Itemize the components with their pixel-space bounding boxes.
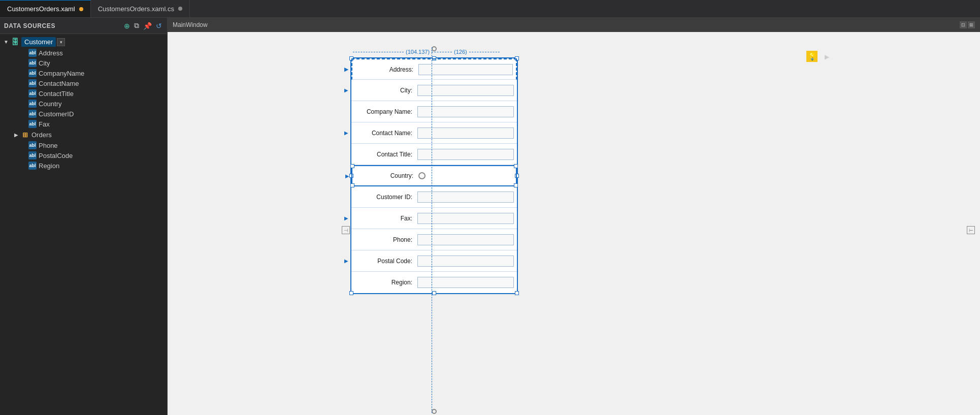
label-postalcode: Postal Code: [351, 258, 417, 265]
field-icon-customerid: аbl [28, 110, 37, 118]
window-tile-icon: ⊡ [960, 21, 967, 28]
field-icon-contactname: аbl [28, 79, 37, 87]
window-title: MainWindow [173, 21, 208, 28]
input-contacttitle[interactable] [417, 149, 514, 160]
field-icon-postalcode: аbl [28, 151, 37, 159]
field-icon-city: аbl [28, 59, 37, 67]
field-label-contacttitle: ContactTitle [39, 90, 74, 98]
input-fax[interactable] [417, 213, 514, 224]
form-row-country: ▶ Country: [351, 165, 517, 186]
tab-xaml-dot [79, 7, 83, 11]
measure-label-right: (126) [454, 49, 467, 55]
form-row-city: ▶ City: [351, 80, 517, 101]
input-phone[interactable] [417, 234, 514, 245]
customer-dropdown[interactable]: ▾ [57, 38, 65, 46]
window-controls: ⊡ ⊞ [960, 21, 975, 28]
input-customerid[interactable] [417, 191, 514, 203]
sidebar-title: Data Sources [4, 22, 55, 29]
measure-line-mid [432, 52, 452, 52]
add-datasource-icon[interactable]: ⊕ [123, 21, 131, 31]
main-content: Data Sources ⊕ ⧉ 📌 ↺ ▼ 🗄 Customer ▾ аbl … [0, 18, 980, 415]
field-icon-contacttitle: аbl [28, 89, 37, 98]
sidebar: Data Sources ⊕ ⧉ 📌 ↺ ▼ 🗄 Customer ▾ аbl … [0, 18, 168, 415]
tab-xaml-cs[interactable]: CustomersOrders.xaml.cs [91, 0, 190, 17]
sidebar-item-address[interactable]: аbl Address [0, 48, 167, 58]
sidebar-item-orders[interactable]: ▶ ⊞ Orders [0, 129, 167, 140]
sidebar-item-city[interactable]: аbl City [0, 58, 167, 68]
row-arrow-fax: ▶ [344, 215, 348, 221]
measure-label-left: (104.137) [406, 49, 430, 55]
tab-xaml-label: CustomersOrders.xaml [7, 5, 75, 13]
country-handle-tr[interactable] [514, 164, 518, 168]
orders-expand-arrow: ▶ [12, 131, 20, 139]
datasource-icon: 🗄 [10, 38, 19, 47]
measure-line-right [469, 52, 500, 52]
canvas-background [168, 32, 980, 415]
field-icon-companyname: аbl [28, 69, 37, 77]
input-address[interactable] [418, 64, 513, 75]
tab-xaml[interactable]: CustomersOrders.xaml [0, 0, 91, 17]
sidebar-header: Data Sources ⊕ ⧉ 📌 ↺ [0, 18, 167, 34]
field-label-postalcode: PostalCode [39, 152, 73, 159]
sidebar-item-fax[interactable]: аbl Fax [0, 119, 167, 129]
tip-container: 💡 [806, 51, 818, 62]
sidebar-item-customer[interactable]: ▼ 🗄 Customer ▾ [0, 36, 167, 48]
country-handle-tl[interactable] [350, 164, 354, 168]
form-row-companyname: Company Name: [351, 101, 517, 122]
pin-icon[interactable]: 📌 [142, 21, 153, 31]
tip-icon[interactable]: 💡 [806, 51, 818, 62]
refresh-icon[interactable]: ↺ [155, 21, 163, 31]
input-companyname[interactable] [417, 106, 514, 117]
field-icon-region: аbl [28, 162, 37, 170]
row-arrow-postalcode: ▶ [344, 258, 348, 264]
field-label-orders: Orders [31, 131, 52, 139]
resize-handle-right[interactable]: ⊢ [967, 226, 975, 234]
field-icon-fax: аbl [28, 120, 37, 128]
label-city: City: [351, 87, 417, 94]
input-postalcode[interactable] [417, 256, 514, 267]
sidebar-tree: ▼ 🗄 Customer ▾ аbl Address аbl City аbl … [0, 34, 167, 415]
canvas[interactable]: ⊣ ⊢ (104.137) (126) 💡 [168, 32, 980, 415]
input-region[interactable] [417, 277, 514, 288]
designer-window: MainWindow ⊡ ⊞ ⊣ ⊢ [168, 18, 980, 415]
sidebar-item-postalcode[interactable]: аbl PostalCode [0, 150, 167, 161]
label-customerid: Customer ID: [351, 194, 417, 201]
field-icon-phone: аbl [28, 141, 37, 149]
label-fax: Fax: [351, 215, 417, 222]
form-row-phone: Phone: [351, 229, 517, 250]
field-label-address: Address [39, 49, 63, 57]
sidebar-item-customerid[interactable]: аbl CustomerID [0, 109, 167, 119]
tab-xaml-cs-dot [178, 7, 182, 11]
sidebar-toolbar: ⊕ ⧉ 📌 ↺ [123, 20, 163, 31]
sidebar-item-contactname[interactable]: аbl ContactName [0, 78, 167, 88]
label-region: Region: [351, 279, 417, 286]
designer-area: MainWindow ⊡ ⊞ ⊣ ⊢ [168, 18, 980, 415]
measure-line-left [353, 52, 404, 52]
field-icon-address: аbl [28, 49, 37, 57]
label-country: Country: [352, 172, 418, 179]
sidebar-item-phone[interactable]: аbl Phone [0, 140, 167, 150]
table-icon-orders: ⊞ [20, 130, 29, 139]
row-arrow-address: ▶ [344, 66, 348, 73]
label-companyname: Company Name: [351, 108, 417, 115]
copy-icon[interactable]: ⧉ [133, 20, 140, 31]
resize-handle-left[interactable]: ⊣ [342, 226, 350, 234]
row-arrow-city: ▶ [344, 87, 348, 93]
sidebar-item-country[interactable]: аbl Country [0, 99, 167, 109]
field-label-phone: Phone [39, 142, 58, 149]
sidebar-item-contacttitle[interactable]: аbl ContactTitle [0, 88, 167, 99]
measure-bar: (104.137) (126) [353, 49, 500, 55]
form-row-address: ▶ Address: [351, 58, 517, 80]
label-contactname: Contact Name: [351, 130, 417, 137]
input-city[interactable] [417, 85, 514, 96]
field-label-contactname: ContactName [39, 80, 79, 87]
field-label-region: Region [39, 162, 59, 170]
sidebar-item-companyname[interactable]: аbl CompanyName [0, 68, 167, 78]
tab-bar: CustomersOrders.xaml CustomersOrders.xam… [0, 0, 980, 18]
field-label-fax: Fax [39, 120, 50, 128]
tip-arrow: ▶ [825, 53, 829, 60]
input-contactname[interactable] [417, 127, 514, 139]
form-container: ▶ Address: ▶ City: Company Name: [350, 57, 518, 294]
customer-label: Customer [21, 37, 56, 47]
sidebar-item-region[interactable]: аbl Region [0, 161, 167, 171]
